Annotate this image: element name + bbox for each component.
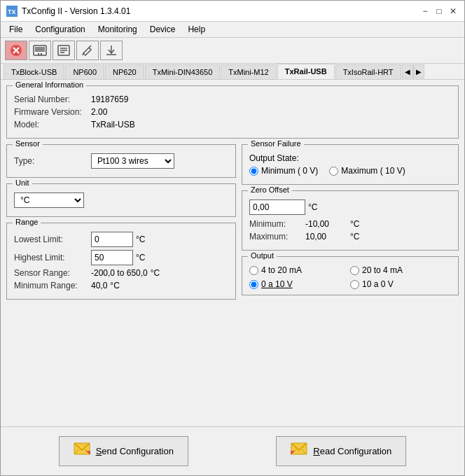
zero-offset-min-value: -10,00 — [305, 219, 347, 229]
tab-np600[interactable]: NP600 — [65, 64, 104, 79]
sensor-failure-max-label[interactable]: Maximum ( 10 V) — [329, 166, 405, 176]
maximize-button[interactable]: □ — [433, 6, 445, 17]
sensor-range-unit: °C — [151, 268, 160, 278]
zero-offset-max-unit: °C — [350, 232, 359, 241]
tab-txisorail-hrt[interactable]: TxIsoRail-HRT — [335, 64, 401, 79]
menu-device[interactable]: Device — [144, 23, 181, 36]
close-button[interactable]: ✕ — [447, 6, 459, 17]
tab-txmini-din43650[interactable]: TxMini-DIN43650 — [145, 64, 221, 79]
serial-number-label: Serial Number: — [14, 94, 91, 104]
output-10to0-text: 10 a 0 V — [362, 279, 394, 289]
svg-rect-7 — [38, 53, 39, 55]
min-range-label: Minimum Range: — [14, 281, 91, 290]
zero-offset-input[interactable]: 0,00 — [249, 200, 305, 215]
output-10to0-label[interactable]: 10 a 0 V — [350, 279, 451, 289]
sensor-range-row: Sensor Range: -200,0 to 650,0 °C — [14, 268, 228, 278]
sensor-type-row: Type: Pt100 3 wires Pt100 2 wires Pt1000… — [14, 153, 228, 169]
read-config-button[interactable]: Read Configuration — [276, 436, 406, 466]
menu-file[interactable]: File — [4, 23, 28, 36]
zero-offset-max-label: Maximum: — [249, 232, 305, 241]
range-title: Range — [13, 218, 41, 226]
send-envelope-icon — [74, 442, 90, 460]
toolbar-config-btn[interactable] — [53, 41, 75, 60]
toolbar-connect-btn[interactable] — [29, 41, 51, 60]
tab-np620[interactable]: NP620 — [105, 64, 144, 79]
output-0to10-radio[interactable] — [249, 280, 258, 289]
model-value: TxRail-USB — [91, 120, 135, 130]
output-4to20-radio[interactable] — [249, 266, 258, 275]
general-info-content: Serial Number: 19187659 Firmware Version… — [7, 86, 458, 138]
output-10to0-radio[interactable] — [350, 280, 359, 289]
firmware-label: Firmware Version: — [14, 107, 91, 117]
output-state-label-row: Output State: — [249, 153, 451, 163]
main-window: TX TxConfig II - Version 1.3.4.01 − □ ✕ … — [0, 0, 465, 476]
bottom-bar: Send Configuration Read Configuration — [1, 426, 464, 475]
zero-offset-unit: °C — [308, 202, 317, 212]
unit-content: °C °F K — [7, 184, 235, 216]
output-4to20-text: 4 to 20 mA — [261, 265, 302, 275]
menu-configuration[interactable]: Configuration — [29, 23, 90, 36]
zero-offset-max-row: Maximum: 10,00 °C — [249, 232, 451, 241]
unit-select[interactable]: °C °F K — [14, 192, 84, 208]
zero-offset-min-unit: °C — [350, 219, 359, 229]
highest-limit-label: Highest Limit: — [14, 253, 91, 262]
send-config-label: Send Configuration — [96, 446, 174, 456]
zero-offset-min-row: Minimum: -10,00 °C — [249, 219, 451, 229]
firmware-row: Firmware Version: 2.00 — [14, 107, 451, 117]
svg-line-14 — [83, 53, 83, 55]
output-content: 4 to 20 mA 20 to 4 mA 0 a 10 V — [242, 257, 458, 295]
sensor-failure-group: Sensor Failure Output State: Minimum ( 0… — [242, 144, 459, 185]
sensor-range-label: Sensor Range: — [14, 268, 91, 278]
tabs-container: TxBlock-USB NP600 NP620 TxMini-DIN43650 … — [1, 64, 464, 80]
tab-nav-right[interactable]: ▶ — [413, 64, 424, 78]
output-state-label: Output State: — [249, 153, 299, 163]
zero-offset-title: Zero Offset — [248, 186, 292, 194]
menu-help[interactable]: Help — [182, 23, 211, 36]
sensor-type-select[interactable]: Pt100 3 wires Pt100 2 wires Pt1000 Therm… — [91, 153, 174, 169]
model-label: Model: — [14, 120, 91, 130]
output-20to4-label[interactable]: 20 to 4 mA — [350, 265, 451, 275]
highest-unit: °C — [136, 253, 145, 262]
sensor-type-label: Type: — [14, 156, 91, 166]
tab-txmini-m12[interactable]: TxMini-M12 — [221, 64, 276, 79]
firmware-value: 2.00 — [91, 107, 107, 117]
toolbar-edit-btn[interactable] — [76, 41, 99, 60]
zero-offset-value-row: 0,00 °C — [249, 200, 451, 215]
title-bar-left: TX TxConfig II - Version 1.3.4.01 — [6, 6, 130, 17]
range-content: Lowest Limit: 0 °C Highest Limit: 50 °C … — [7, 223, 235, 299]
min-range-unit: °C — [110, 281, 119, 290]
tab-txblock-usb[interactable]: TxBlock-USB — [4, 64, 64, 79]
output-0to10-text: 0 a 10 V — [261, 279, 293, 289]
output-0to10-label[interactable]: 0 a 10 V — [249, 279, 350, 289]
minimize-button[interactable]: − — [419, 6, 431, 17]
output-radio-grid: 4 to 20 mA 20 to 4 mA 0 a 10 V — [249, 265, 451, 289]
output-4to20-label[interactable]: 4 to 20 mA — [249, 265, 350, 275]
svg-line-13 — [89, 46, 91, 48]
lowest-limit-input[interactable]: 0 — [91, 232, 133, 247]
sensor-failure-title: Sensor Failure — [248, 139, 304, 148]
toolbar-close-btn[interactable] — [5, 41, 27, 60]
model-row: Model: TxRail-USB — [14, 120, 451, 130]
sensor-group: Sensor Type: Pt100 3 wires Pt100 2 wires… — [6, 144, 236, 178]
toolbar — [1, 38, 464, 64]
app-icon: TX — [6, 6, 18, 17]
zero-offset-content: 0,00 °C Minimum: -10,00 °C Maximum: 10,0… — [242, 191, 458, 250]
sensor-failure-max-radio[interactable] — [329, 167, 338, 176]
sensor-failure-min-radio[interactable] — [249, 167, 258, 176]
min-range-row: Minimum Range: 40,0 °C — [14, 281, 228, 290]
toolbar-download-btn[interactable] — [100, 41, 123, 60]
range-group: Range Lowest Limit: 0 °C Highest Limit: … — [6, 223, 236, 300]
output-20to4-text: 20 to 4 mA — [362, 265, 403, 275]
send-config-button[interactable]: Send Configuration — [59, 436, 188, 466]
min-range-value: 40,0 — [91, 281, 107, 290]
highest-limit-input[interactable]: 50 — [91, 250, 133, 265]
output-20to4-radio[interactable] — [350, 266, 359, 275]
output-group: Output 4 to 20 mA 20 to 4 mA — [242, 256, 459, 295]
sensor-title: Sensor — [13, 139, 43, 148]
menu-monitoring[interactable]: Monitoring — [92, 23, 143, 36]
tab-nav-left[interactable]: ◀ — [402, 64, 413, 78]
tab-txrail-usb[interactable]: TxRail-USB — [277, 64, 335, 79]
read-envelope-icon — [291, 442, 307, 460]
zero-offset-max-value: 10,00 — [305, 232, 347, 241]
sensor-failure-min-label[interactable]: Minimum ( 0 V) — [249, 166, 318, 176]
